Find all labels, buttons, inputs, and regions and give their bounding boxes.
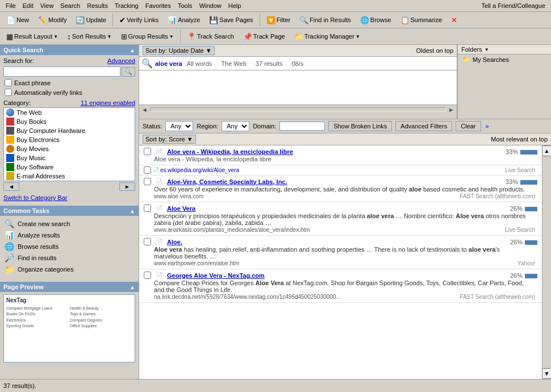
menu-window[interactable]: Window <box>196 1 225 10</box>
result-title-link-5[interactable]: Georges Aloe Vera - NexTag.com <box>167 272 265 279</box>
browse-button[interactable]: 🌐 Browse <box>356 14 395 26</box>
engines-enabled-link[interactable]: 11 engines enabled <box>81 99 135 106</box>
region-select[interactable]: Any <box>222 121 249 131</box>
category-buy-electronics[interactable]: Buy Electronics <box>4 135 135 144</box>
cat-label-7: E-mail Addresses <box>16 173 65 180</box>
find-in-results-item[interactable]: 🔎 Find in results <box>0 252 139 264</box>
stop-button[interactable]: ✕ <box>447 14 461 26</box>
summarize-button[interactable]: 📋 Summarize <box>396 14 446 26</box>
sort-results-button[interactable]: ↕ Sort Results ▼ <box>63 31 115 43</box>
cat-scroll-left-button[interactable]: ◄ <box>3 182 19 191</box>
result-title-link-2[interactable]: Aloe-Vera, Cosmetic Specialty Labs, Inc. <box>167 178 287 185</box>
advanced-link[interactable]: Advanced <box>107 57 135 64</box>
result-checkbox-3[interactable] <box>144 205 151 212</box>
switch-to-category-bar-link[interactable]: Switch to Category Bar <box>0 192 139 203</box>
result-checkbox-0[interactable] <box>144 148 151 155</box>
category-buy-movies[interactable]: Buy Movies <box>4 144 135 153</box>
auto-verify-label: Automatically verify links <box>14 89 82 96</box>
result-url-5: na.link.decdna.net/n/5928/7634/www.nexta… <box>144 294 352 300</box>
quick-search-input[interactable] <box>3 66 120 77</box>
result-url-link-1[interactable]: es.wikipedia.org/wiki/Aloe_vera <box>160 167 239 173</box>
new-button[interactable]: 📄 New <box>2 14 33 26</box>
category-buy-hardware[interactable]: Buy Computer Hardware <box>4 126 135 135</box>
category-the-web[interactable]: The Web <box>4 108 135 117</box>
category-buy-music[interactable]: Buy Music <box>4 153 135 162</box>
elec-icon <box>6 136 14 144</box>
menu-favorites[interactable]: Favorites <box>142 1 174 10</box>
result-title-link-0[interactable]: Aloe vera - Wikipedia, la enciclopedia l… <box>167 148 293 155</box>
result-layout-button[interactable]: ▦ Result Layout ▼ <box>2 31 62 43</box>
organize-categories-item[interactable]: 📁 Organize categories <box>0 264 139 275</box>
menu-help[interactable]: Help <box>225 1 245 10</box>
sort-by-dropdown[interactable]: Sort by: Update Date ▼ <box>143 46 215 55</box>
track-search-button[interactable]: 📍 Track Search <box>183 31 238 43</box>
scroll-right-arrow[interactable]: ► <box>448 106 454 113</box>
find-in-results-button[interactable]: 🔍 Find in Results <box>295 14 355 26</box>
result-title-link-4[interactable]: Aloe. <box>167 239 182 245</box>
menu-tools[interactable]: Tools <box>174 1 196 10</box>
result-doc-icon-0: 📄 <box>156 148 162 155</box>
filter-button[interactable]: 🔽 Filter <box>262 14 294 26</box>
analyze-button[interactable]: 📊 Analyze <box>164 14 204 26</box>
organize-categories-icon: 📁 <box>5 265 14 274</box>
update-button[interactable]: 🔄 Update <box>72 14 110 26</box>
save-pages-button[interactable]: 💾 Save Pages <box>205 14 257 26</box>
result-doc-icon-2: 📄 <box>156 178 162 185</box>
result-checkbox-1[interactable] <box>144 166 151 174</box>
preview-inner: NexTag Compare Mortgage Loans Health & B… <box>4 295 135 331</box>
preview-cell-7: Sporting Goods <box>6 324 69 328</box>
results-sort-dropdown[interactable]: Sort by: Score ▼ <box>143 135 196 144</box>
folders-header[interactable]: Folders ▼ <box>458 45 551 55</box>
result-title-row-5: 📄 Georges Aloe Vera - NexTag.com 26% <box>144 272 537 279</box>
status-select[interactable]: Any <box>165 121 193 131</box>
my-searches-folder[interactable]: 📁 My Searches <box>458 55 551 64</box>
group-results-button[interactable]: ⊞ Group Results ▼ <box>117 31 178 43</box>
verify-links-button[interactable]: ✔ Verify Links <box>115 14 162 26</box>
analyze-results-item[interactable]: 📊 Analyze results <box>0 230 139 241</box>
filter-options-icon[interactable]: » <box>486 123 489 130</box>
track-page-button[interactable]: 📌 Track Page <box>239 31 289 43</box>
scroll-thumb-track[interactable] <box>546 156 548 368</box>
scroll-up-button[interactable]: ▲ <box>542 145 551 156</box>
category-buy-books[interactable]: Buy Books <box>4 117 135 126</box>
result-checkbox-5[interactable] <box>144 272 151 279</box>
horizontal-scrollbar[interactable]: ◄ ► <box>139 105 457 114</box>
domain-input[interactable] <box>279 122 325 131</box>
collapse-common-tasks-button[interactable]: ▲ <box>130 208 135 214</box>
cat-scroll-right-button[interactable]: ► <box>119 182 135 191</box>
browse-results-item[interactable]: 🌐 Browse results <box>0 241 139 252</box>
menu-tracking[interactable]: Tracking <box>111 1 142 10</box>
menu-results[interactable]: Results <box>84 1 111 10</box>
modify-button[interactable]: ✏️ Modify <box>34 14 70 26</box>
collapse-quick-search-button[interactable]: ▲ <box>130 47 135 53</box>
scroll-down-button[interactable]: ▼ <box>542 368 551 379</box>
oldest-on-top-label: Oldest on top <box>416 47 453 54</box>
auto-verify-checkbox[interactable] <box>5 89 12 96</box>
category-buy-software[interactable]: Buy Software <box>4 162 135 172</box>
category-email-addresses[interactable]: E-mail Addresses <box>4 172 135 181</box>
category-list[interactable]: The Web Buy Books Buy Computer Hardware … <box>3 107 135 181</box>
tell-friend-link[interactable]: Tell a Friend/Colleague <box>478 1 549 10</box>
scroll-left-arrow[interactable]: ◄ <box>141 106 148 113</box>
menu-edit[interactable]: Edit <box>19 1 37 10</box>
result-checkbox-4[interactable] <box>144 238 151 245</box>
results-container[interactable]: 📄 Aloe vera - Wikipedia, la enciclopedia… <box>139 145 542 379</box>
exact-phrase-checkbox[interactable] <box>5 79 12 86</box>
menu-view[interactable]: View <box>37 1 57 10</box>
search-name-link[interactable]: aloe vera <box>155 60 182 67</box>
result-checkbox-2[interactable] <box>144 178 151 185</box>
show-broken-links-button[interactable]: Show Broken Links <box>328 121 392 131</box>
menu-search[interactable]: Search <box>57 1 84 10</box>
right-scrollbar[interactable]: ▲ ▼ <box>542 145 551 379</box>
advanced-filters-button[interactable]: Advanced Filters <box>395 121 452 131</box>
collapse-page-preview-button[interactable]: ▲ <box>130 284 135 290</box>
clear-filter-button[interactable]: Clear <box>456 121 481 131</box>
menu-file[interactable]: File <box>2 1 19 10</box>
tracking-manager-button[interactable]: 📁 Tracking Manager ▼ <box>290 31 364 43</box>
movie-icon <box>6 145 14 153</box>
create-new-search-item[interactable]: 🔍 Create new search <box>0 218 139 230</box>
result-title-link-3[interactable]: Aloe Vera <box>167 205 195 212</box>
page-preview-section: Page Preview ▲ NexTag Compare Mortgage L… <box>0 280 139 365</box>
scrollbar-track[interactable] <box>150 107 446 112</box>
search-go-button[interactable]: 🔍 <box>122 67 135 77</box>
